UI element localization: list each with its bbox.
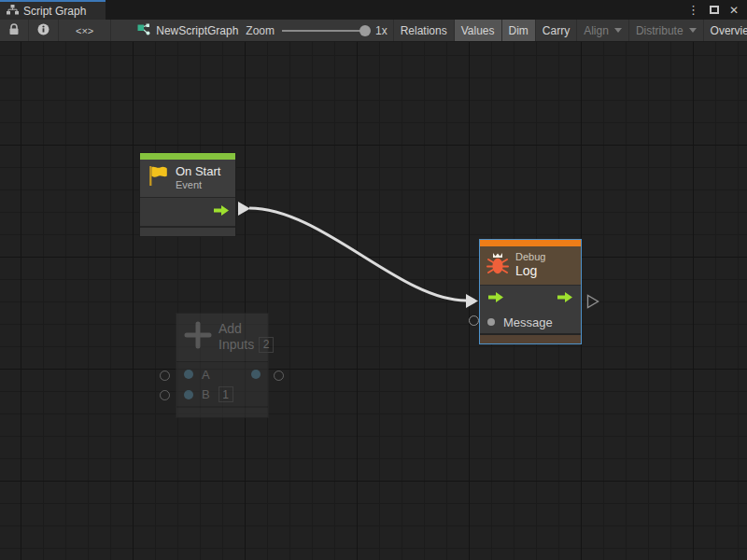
- flow-output-external-triangle[interactable]: [586, 294, 599, 309]
- on-start-title: On Start: [176, 164, 220, 179]
- port-b-external-circle[interactable]: [160, 390, 170, 400]
- inspect-button[interactable]: [29, 20, 59, 41]
- relations-toggle[interactable]: Relations: [393, 20, 454, 41]
- values-label: Values: [461, 24, 495, 37]
- code-icon: <×>: [76, 25, 93, 36]
- dim-label: Dim: [509, 24, 529, 37]
- output-external-circle[interactable]: [274, 371, 284, 381]
- wire-start-arrowhead: [238, 202, 250, 216]
- event-color-strip: [140, 153, 235, 160]
- flow-output-port[interactable]: [557, 290, 573, 307]
- add-title: Add: [218, 321, 274, 337]
- align-label: Align: [584, 24, 609, 37]
- carry-toggle[interactable]: Carry: [535, 20, 576, 41]
- port-b-label: B: [202, 387, 210, 401]
- add-ports: A B 1: [176, 361, 268, 406]
- on-start-footer: [140, 226, 235, 236]
- graph-hierarchy-icon: [7, 5, 19, 18]
- on-start-ports: [140, 197, 235, 226]
- distribute-dropdown: Distribute: [628, 20, 703, 41]
- port-a-label: A: [202, 368, 210, 382]
- graph-name-breadcrumb[interactable]: NewScriptGraph: [130, 20, 246, 41]
- add-footer: [176, 406, 268, 417]
- distribute-label: Distribute: [636, 24, 684, 37]
- flag-icon: [147, 164, 169, 191]
- on-start-header: On Start Event: [140, 160, 235, 197]
- values-toggle[interactable]: Values: [454, 20, 501, 41]
- debug-color-strip: [480, 240, 581, 246]
- dim-toggle[interactable]: Dim: [501, 20, 535, 41]
- toolbar-toggles: Relations Values Dim Carry Align Distrib…: [393, 20, 747, 41]
- flow-input-port[interactable]: [487, 290, 504, 307]
- debug-log-footer: [480, 333, 581, 343]
- plus-icon: [184, 321, 212, 353]
- node-add-ghost[interactable]: Add Inputs 2 A B 1: [176, 313, 269, 418]
- zoom-control: Zoom 1x: [246, 20, 392, 41]
- close-icon[interactable]: ✕: [729, 5, 739, 16]
- maximize-icon[interactable]: [710, 6, 719, 14]
- info-icon: [37, 23, 49, 38]
- port-b-value-field[interactable]: 1: [218, 386, 233, 402]
- chevron-down-icon: [689, 28, 697, 33]
- add-subtitle: Inputs: [218, 337, 254, 353]
- tab-title: Script Graph: [23, 5, 86, 18]
- flow-output-port[interactable]: [213, 203, 230, 220]
- port-a-external-circle[interactable]: [160, 371, 170, 381]
- script-graph-window: Script Graph ⋮ ✕: [0, 0, 747, 560]
- wire-end-arrowhead: [466, 294, 478, 308]
- bug-icon: [486, 251, 509, 279]
- window-controls: ⋮ ✕: [687, 0, 747, 20]
- edit-script-button[interactable]: <×>: [59, 20, 111, 41]
- message-port-label: Message: [503, 315, 553, 329]
- debug-log-title: Log: [515, 263, 545, 279]
- input-port-b[interactable]: [184, 390, 193, 399]
- node-on-start[interactable]: On Start Event: [139, 152, 236, 237]
- lock-icon: [8, 23, 20, 38]
- debug-log-category: Debug: [515, 251, 545, 263]
- flow-connection-wire: [0, 42, 747, 560]
- script-graph-asset-icon: [137, 23, 150, 38]
- graph-toolbar: <×> NewScriptGraph Zoom 1x Relation: [0, 20, 747, 42]
- output-port[interactable]: [251, 370, 261, 379]
- graph-canvas[interactable]: On Start Event: [0, 42, 747, 560]
- message-value-port[interactable]: [487, 318, 495, 326]
- align-dropdown: Align: [576, 20, 628, 41]
- message-external-port-circle[interactable]: [469, 315, 479, 326]
- zoom-slider[interactable]: [282, 30, 368, 32]
- overview-label: Overview: [711, 24, 747, 37]
- tab-script-graph[interactable]: Script Graph: [0, 0, 106, 20]
- window-titlebar: Script Graph ⋮ ✕: [0, 0, 747, 20]
- carry-label: Carry: [543, 24, 570, 37]
- chevron-down-icon: [614, 28, 622, 33]
- overview-button[interactable]: Overview: [703, 20, 747, 41]
- add-header: Add Inputs 2: [176, 314, 268, 361]
- zoom-value: 1x: [375, 24, 388, 37]
- window-menu-icon[interactable]: ⋮: [687, 4, 699, 16]
- zoom-label: Zoom: [246, 24, 275, 37]
- input-port-a[interactable]: [184, 370, 193, 379]
- zoom-slider-handle[interactable]: [359, 25, 371, 36]
- lock-button[interactable]: [0, 20, 29, 41]
- on-start-subtitle: Event: [176, 179, 220, 191]
- node-debug-log[interactable]: Debug Log: [479, 239, 582, 344]
- debug-log-header: Debug Log: [480, 246, 581, 285]
- inputs-count-field[interactable]: 2: [259, 337, 274, 353]
- relations-label: Relations: [401, 24, 447, 37]
- debug-log-ports: Message: [480, 285, 581, 333]
- graph-name-label: NewScriptGraph: [156, 24, 238, 37]
